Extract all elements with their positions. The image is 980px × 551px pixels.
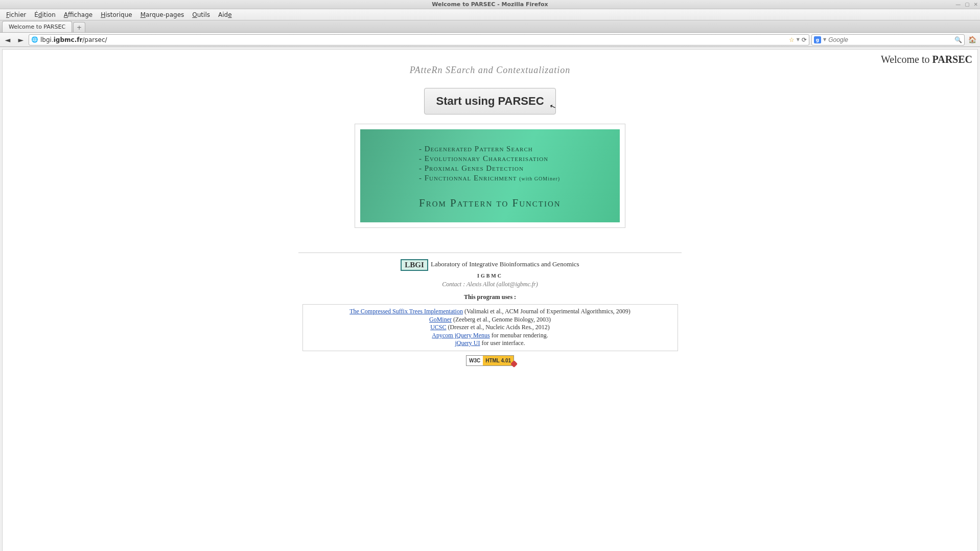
reload-icon[interactable]: ⟳ xyxy=(802,36,807,43)
tab-bar: Welcome to PARSEC + xyxy=(0,20,980,33)
uses-label: This program uses : xyxy=(8,293,972,301)
banner-feature-2: - Evolutionnary Characterisation xyxy=(419,154,615,163)
lab-line: LBGI Laboratory of Integrative Bioinform… xyxy=(8,259,972,271)
ref-line-1: GoMiner (Zeeberg et al., Genome Biology,… xyxy=(306,316,674,324)
menu-bookmarks[interactable]: Marque-pages xyxy=(136,10,189,19)
start-using-parsec-button[interactable]: Start using PARSEC xyxy=(424,88,555,114)
window-controls: — ▢ ✕ xyxy=(955,2,978,7)
w3c-left: W3C xyxy=(466,356,483,365)
ref-link-0[interactable]: The Compressed Suffix Trees Implementati… xyxy=(349,308,463,315)
banner-feature-4: - Functionnal Enrichment (with GOMiner) xyxy=(419,174,615,182)
w3c-right: HTML 4.01 xyxy=(483,356,514,365)
ref-link-3[interactable]: Apycom jQuery Menus xyxy=(432,332,489,339)
ref-line-3: Apycom jQuery Menus for menubar renderin… xyxy=(306,332,674,340)
banner-frame: - Degenerated Pattern Search - Evolution… xyxy=(355,124,625,228)
minimize-icon[interactable]: — xyxy=(955,2,961,7)
menu-help[interactable]: Aide xyxy=(214,10,236,19)
ref-link-2[interactable]: UCSC xyxy=(430,324,446,331)
search-engine-icon[interactable]: g xyxy=(814,36,821,43)
lab-name: Laboratory of Integrative Bioinformatics… xyxy=(429,260,579,268)
search-input[interactable] xyxy=(828,36,952,43)
menu-history[interactable]: Historique xyxy=(97,10,136,19)
menu-tools[interactable]: Outils xyxy=(188,10,214,19)
window-titlebar: Welcome to PARSEC - Mozilla Firefox — ▢ … xyxy=(0,0,980,9)
menubar: Fichier Édition Affichage Historique Mar… xyxy=(0,9,980,20)
search-go-icon[interactable]: 🔍 xyxy=(954,36,962,43)
contact-line: Contact : Alexis Allot (allot@igbmc.fr) xyxy=(8,281,972,288)
banner-feature-1: - Degenerated Pattern Search xyxy=(419,145,615,153)
search-bar[interactable]: g ▼ 🔍 xyxy=(811,34,965,45)
page-subtitle: PAtteRn SEarch and Contextualization xyxy=(8,65,972,76)
menu-view[interactable]: Affichage xyxy=(60,10,97,19)
ref-line-4: jQuery UI for user interface. xyxy=(306,339,674,348)
bookmark-star-icon[interactable]: ☆ xyxy=(789,36,795,43)
references-box: The Compressed Suffix Trees Implementati… xyxy=(302,304,678,351)
close-icon[interactable]: ✕ xyxy=(974,2,978,7)
tab-title: Welcome to PARSEC xyxy=(9,24,65,30)
tab-active[interactable]: Welcome to PARSEC xyxy=(2,21,72,32)
nav-toolbar: ◄ ► 🌐 lbgi.igbmc.fr/parsec/ ☆ ▼ ⟳ g ▼ 🔍 … xyxy=(0,33,980,47)
menu-edit[interactable]: Édition xyxy=(30,10,60,19)
forward-button[interactable]: ► xyxy=(15,34,27,45)
dna-helix-icon xyxy=(360,129,419,222)
url-text: lbgi.igbmc.fr/parsec/ xyxy=(40,36,787,43)
window-title: Welcome to PARSEC - Mozilla Firefox xyxy=(432,1,548,8)
globe-icon: 🌐 xyxy=(31,36,38,43)
igbmc-label: IGBMC xyxy=(8,273,972,279)
ref-link-1[interactable]: GoMiner xyxy=(429,316,452,323)
banner-text: - Degenerated Pattern Search - Evolution… xyxy=(419,129,620,222)
feature-banner: - Degenerated Pattern Search - Evolution… xyxy=(360,129,620,222)
url-bar[interactable]: 🌐 lbgi.igbmc.fr/parsec/ ☆ ▼ ⟳ xyxy=(29,34,809,45)
welcome-heading: Welcome to PARSEC xyxy=(881,54,972,65)
maximize-icon[interactable]: ▢ xyxy=(965,2,969,7)
search-engine-dropdown-icon[interactable]: ▼ xyxy=(823,37,826,42)
page-content: Welcome to PARSEC PAtteRn SEarch and Con… xyxy=(2,49,978,551)
new-tab-button[interactable]: + xyxy=(73,22,85,32)
footer-block: LBGI Laboratory of Integrative Bioinform… xyxy=(8,259,972,366)
menu-file[interactable]: Fichier xyxy=(2,10,30,19)
ref-line-0: The Compressed Suffix Trees Implementati… xyxy=(306,308,674,316)
lbgi-badge: LBGI xyxy=(401,259,428,271)
banner-feature-3: - Proximal Genes Detection xyxy=(419,164,615,173)
home-button[interactable]: 🏠 xyxy=(967,34,978,45)
banner-slogan: From Pattern to Function xyxy=(419,197,615,210)
back-button[interactable]: ◄ xyxy=(2,34,13,45)
w3c-valid-badge[interactable]: W3C HTML 4.01 xyxy=(466,355,514,366)
url-dropdown-icon[interactable]: ▼ xyxy=(797,37,800,42)
ref-link-4[interactable]: jQuery UI xyxy=(455,339,480,347)
start-button-wrap: Start using PARSEC ↖ xyxy=(8,88,972,114)
ref-line-2: UCSC (Dreszer et al., Nucleic Acids Res.… xyxy=(306,324,674,332)
separator xyxy=(298,252,682,253)
